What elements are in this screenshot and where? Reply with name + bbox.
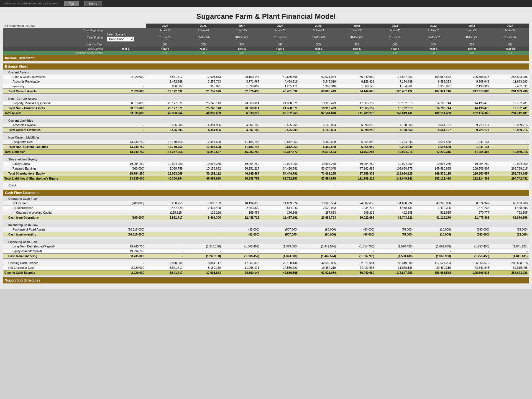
total-ca-y2: 21.257.526 [184,89,222,94]
table-row: Purchase of Fixed Assets (30.615.000) - … [3,227,529,232]
total-ncl-y8: 3.594.588 [414,144,452,149]
current-liabilities-subsection: Current Liabilities [3,118,529,123]
days-2032: 365 [414,42,452,47]
total-ncl-y5: 8.369.689 [299,144,337,149]
ni-y5: 18.623.504 [299,201,337,206]
ltd-y3: 11.186.143 [222,140,261,144]
days-2030: 365 [337,42,376,47]
check-label-header: Balance Sheet Check [3,51,105,55]
table-row: Property, Plant & Equipement 30.615.000 … [3,101,529,106]
check-y8: Ok [414,51,452,55]
scenario-select[interactable]: Base Case Optimistic Pessimistic [107,37,134,42]
top-bar: Profit Vision Financial Services. All ri… [0,0,532,7]
period-y2: Year 2 [184,47,222,51]
total-cl-y1: 3.506.505 [146,127,184,132]
eq-cap-y0: 19.994.250 [105,162,146,166]
tle-y9: 232.114.365 [452,176,491,181]
year-col-2025: 2025 [146,24,184,28]
total-nca-y1: 28.177.571 [146,106,184,111]
eq-cap-y6: 19.994.250 [337,162,376,166]
total-ca-y8: 167.321.716 [414,89,452,94]
total-liab-y9: 11.564.307 [452,149,491,154]
begin-2028: 1-Jan-28 [261,28,299,32]
total-cl-y2: 4.351.956 [184,127,222,132]
main-content: All Amounts in USD ($) 2025 2026 2027 20… [0,24,532,289]
year-col-2026: 2026 [184,24,222,28]
tle-y0: 33.535.000 [105,176,146,181]
cash-y8: 156.966.572 [414,75,452,79]
period-y0: Year 0 [105,47,146,51]
ltd-issued-label: Long-Term Debt (Issued/Repaid) [3,244,105,249]
ar-y9: 9.909.043 [452,79,491,84]
total-assets-y8: 182.111.430 [414,111,452,116]
cash-y0: 2.920.000 [105,75,146,79]
days-2026: 365 [184,42,222,47]
ap-y3: 4.807.142 [222,123,261,127]
total-nca-y0: 30.615.000 [105,106,146,111]
total-assets-y2: 46.997.669 [184,111,222,116]
ni-y8: 40.220.890 [414,201,452,206]
ltd-label: Long-Term Debt [3,140,105,144]
total-ca-y4: 48.401.892 [261,89,299,94]
home-button[interactable]: Home [84,1,102,6]
total-eq-y9: 220.550.057 [452,171,491,176]
check-y4: Ok [261,51,299,55]
re-y8: 149.880.865 [414,166,452,171]
re-y5: 53.074.045 [299,166,337,171]
inv-y5: 1.399.346 [299,84,337,89]
ap-y5: 6.146.894 [299,123,337,127]
total-liab-y6: 13.753.284 [337,149,376,154]
ap-y7: 7.730.368 [376,123,414,127]
period-y10: Year 10 [491,47,529,51]
total-nca-row: Total Non - Current Assets 30.615.000 28… [3,106,529,111]
cash-label: Cash & Cash Equivalents [3,75,105,79]
table-row: (+) Depreciation - 2.437.429 2.437.429 2… [3,206,529,210]
total-cl-y10: 10.989.215 [491,127,529,132]
top-button[interactable]: Top [64,1,79,6]
period-y7: Year 7 [376,47,414,51]
table-row: Accounts Receivable - 2.472.669 3.258.78… [3,79,529,84]
ap-y1: 3.506.505 [146,123,184,127]
non-current-assets-subsection: Non - Current Assets [3,96,529,101]
total-liab-equity-row: Total Liabilities & Shareholder's Equity… [3,176,529,181]
total-assets-label: Total Assets [3,111,105,116]
re-y9: 200.555.807 [452,166,491,171]
ni-y3: 10.194.355 [222,201,261,206]
inv-y7: 1.754.961 [376,84,414,89]
tle-y5: 87.584.878 [299,176,337,181]
end-2034: 31-Dec-34 [491,32,529,42]
eq-cap-y3: 19.994.250 [222,162,261,166]
total-cl-y3: 4.807.142 [222,127,261,132]
cash-y2: 17.001.873 [184,75,222,79]
table-row: Cash & Cash Equivalents 2.920.000 8.841.… [3,75,529,79]
period-y6: Year 6 [337,47,376,51]
ar-y7: 7.174.899 [376,79,414,84]
opening-balance-label: Opening Cash Balance [3,261,105,265]
page-title: Sugarcane Farm & Plant Financial Model [0,7,532,24]
table-row: Retained Earnings (200.000) 3.058.759 10… [3,166,529,171]
begin-2027: 1-Jan-27 [222,28,261,32]
investing-cf-subsection: Invensting Cash Flow [3,222,529,227]
begin-2025: 1-Jan-25 [146,28,184,32]
year-col-2032: 2032 [414,24,452,28]
eq-cap-y9: 19.994.250 [452,162,491,166]
total-ncl-y9: 1.841.131 [452,144,491,149]
tle-y10: 294.742.481 [491,176,529,181]
end-2032: 31-Dec-32 [414,32,452,42]
ni-y7: 31.698.292 [376,201,414,206]
days-2034: 365 [491,42,529,47]
eq-cap-y7: 19.994.250 [376,162,414,166]
ppe-y4: 21.360.371 [261,101,299,106]
check-label: Check [3,183,105,188]
operating-cf-subsection: Operating Cash Flow [3,196,529,201]
ni-y6: 24.887.638 [337,201,376,206]
ltd-y0: 13.740.750 [105,140,146,144]
equity-subsection: Shareholders' Equity [3,157,529,162]
inventory-label: Inventory [3,84,105,89]
currency-note: All Amounts in USD ($) [3,24,105,28]
table-row: Inventory - 808.307 996.871 1.098.807 1.… [3,84,529,89]
eq-cap-y10: 19.994.250 [491,162,529,166]
total-nca-y4: 21.360.371 [261,106,299,111]
check-y3: Ok [222,51,261,55]
cash-y1: 8.841.717 [146,75,184,79]
